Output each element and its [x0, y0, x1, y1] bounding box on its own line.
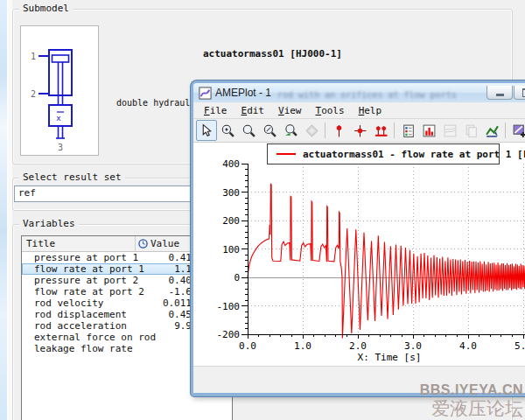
result-set-value: ref [18, 187, 36, 199]
cursor-single-icon [332, 123, 346, 138]
menu-bar: FileEditViewToolsHelp [193, 102, 525, 119]
surface-3d-icon [485, 123, 500, 138]
zoom-dynamic-button[interactable] [217, 120, 238, 141]
y-tick-label: 400 [222, 158, 240, 170]
cursor-double-icon [374, 123, 388, 138]
flow-rate-curve [248, 184, 525, 339]
watermark-url: BBS.IYEYA.CN [420, 383, 523, 397]
menu-item-view[interactable]: View [271, 104, 309, 117]
submodel-schematic[interactable]: x 1 2 3 [20, 25, 99, 156]
zoom-dynamic-icon [220, 123, 235, 138]
zoom-in-icon [242, 123, 256, 138]
toolbar-separator [325, 122, 326, 138]
row-title: rod acceleration [22, 320, 127, 332]
copy-page-button [460, 120, 481, 141]
surface-3d-button[interactable] [481, 120, 502, 141]
new-plot-window-icon [512, 123, 525, 138]
ameplot-titlebar[interactable]: AMEPlot - 1 rod with an orifices at flow… [193, 83, 525, 102]
menu-item-edit[interactable]: Edit [234, 104, 272, 117]
row-title: external force on rod [22, 332, 156, 343]
watermark-chinese: 爱液压论坛 [420, 399, 523, 417]
plot-canvas[interactable]: 4003002001000-100-2000.01.02.03.04.05.0X… [193, 143, 525, 366]
x-tick-label: 4.0 [459, 340, 477, 352]
x-tick-label: 2.0 [349, 340, 367, 352]
plot-grid [248, 164, 525, 334]
contour-button [439, 120, 460, 141]
screen: Submodel x 1 2 3 [0, 0, 525, 420]
row-title: pressure at port 2 [22, 275, 138, 286]
maximize-button[interactable] [514, 86, 525, 100]
toolbar-separator [394, 122, 395, 138]
instance-title: actuatormass01 [HJ000-1] [203, 48, 342, 60]
plot-manager-button[interactable] [397, 120, 418, 141]
window-title: AMEPlot - 1 [215, 87, 271, 99]
cursor-double-button[interactable] [370, 120, 391, 141]
plot-legend: actuatormass01 - flow rate at port 1 [L/… [267, 144, 500, 164]
row-title: flow rate at port 1 [22, 263, 144, 275]
background-blurred-text: rod with an orifices at flow ports [277, 90, 457, 100]
cursor-cross-button[interactable] [349, 120, 370, 141]
minimize-button[interactable] [486, 86, 513, 100]
x-tick-label: 0.0 [239, 340, 256, 352]
hydraulic-cylinder-icon: x 1 2 3 [21, 26, 98, 155]
cursor-single-button[interactable] [328, 120, 349, 141]
x-axis-label: X: Time [s] [358, 352, 422, 363]
zoom-box-button[interactable] [259, 120, 280, 141]
y-tick-label: 200 [222, 215, 240, 227]
histogram-button[interactable] [418, 120, 439, 141]
menu-item-help[interactable]: Help [352, 104, 389, 117]
y-tick-label: -100 [217, 301, 241, 312]
menu-item-tools[interactable]: Tools [309, 104, 352, 117]
variables-group-label: Variables [19, 218, 79, 229]
menu-item-file[interactable]: File [197, 104, 234, 117]
new-plot-window-button[interactable] [508, 120, 525, 141]
y-tick-label: 0 [234, 272, 240, 284]
zoom-previous-button[interactable] [280, 120, 301, 141]
rotate-3d-icon [304, 123, 319, 138]
x-tick-label: 3.0 [404, 340, 422, 352]
y-tick-label: 100 [222, 244, 240, 256]
port-1-label: 1 [31, 52, 36, 61]
column-title[interactable]: Title [22, 236, 136, 251]
mass-symbol: x [56, 114, 61, 122]
watermark: BBS.IYEYA.CN 爱液压论坛 [420, 383, 523, 417]
row-title: pressure at port 1 [22, 252, 138, 263]
submodel-group-label: Submodel [19, 3, 73, 14]
legend-label: actuatormass01 - flow rate at port 1 [L/… [303, 149, 525, 160]
pointer-button[interactable] [196, 120, 217, 141]
histogram-icon [422, 123, 437, 138]
row-title: rod velocity [22, 298, 115, 309]
contour-icon [443, 123, 458, 138]
pointer-icon [200, 123, 214, 138]
clock-icon [138, 239, 148, 248]
x-tick-label: 5.0 [514, 340, 525, 352]
cursor-cross-icon [353, 123, 368, 138]
rotate-3d-button [301, 120, 322, 141]
row-title: rod displacement [22, 309, 127, 320]
zoom-in-button[interactable] [238, 120, 259, 141]
row-title: leakage flow rate [22, 343, 133, 354]
plot-manager-icon [401, 123, 416, 138]
legend-line-sample [276, 153, 296, 155]
row-title: flow rate at port 2 [22, 286, 144, 298]
toolbar [193, 119, 525, 143]
port-3-label: 3 [58, 143, 63, 152]
y-tick-label: 300 [222, 187, 240, 199]
app-left-edge [0, 0, 8, 420]
x-tick-label: 1.0 [294, 340, 312, 352]
minimize-icon [496, 94, 504, 96]
plot-svg: 4003002001000-100-2000.01.02.03.04.05.0X… [193, 143, 525, 366]
ameplot-app-icon [199, 87, 212, 100]
port-2-label: 2 [31, 89, 36, 99]
toolbar-separator [505, 122, 506, 138]
ameplot-window: AMEPlot - 1 rod with an orifices at flow… [191, 80, 525, 396]
y-tick-label: -200 [217, 329, 241, 340]
zoom-box-icon [262, 123, 277, 138]
copy-page-icon [464, 123, 479, 138]
zoom-previous-icon [284, 123, 298, 138]
result-set-group-label: Select result set [19, 172, 125, 183]
maximize-icon [522, 88, 525, 97]
